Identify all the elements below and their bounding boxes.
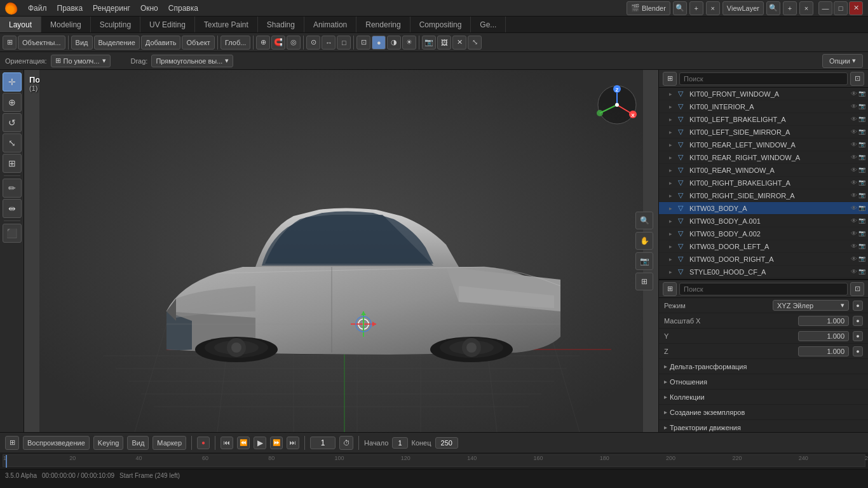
scale-y-dot-btn[interactable]: ●: [853, 331, 863, 341]
scale-x-dot-btn[interactable]: ●: [853, 316, 863, 326]
orientation-gizmo[interactable]: Z X: [595, 83, 639, 127]
prop-menu-icon[interactable]: ⊞: [663, 282, 677, 296]
mode-dot-btn[interactable]: ●: [853, 301, 863, 311]
object-menu[interactable]: Объект: [182, 36, 214, 50]
outliner-item-cam-icon[interactable]: 📷: [858, 230, 865, 237]
viewlayer-remove-icon[interactable]: ×: [799, 1, 813, 15]
viewlayer-add-icon[interactable]: +: [783, 1, 797, 15]
drag-dropdown[interactable]: Прямоугольное вы... ▾: [151, 55, 233, 67]
tab-rendering[interactable]: Rendering: [356, 17, 410, 32]
view-mode-dropdown[interactable]: Объектны...: [18, 36, 65, 50]
marker-menu[interactable]: Маркер: [153, 436, 186, 450]
scale-z-dot-btn[interactable]: ●: [853, 346, 863, 356]
prop-section-3[interactable]: ▸ Создание экземпляров: [659, 405, 868, 420]
view-menu-timeline[interactable]: Вид: [127, 436, 149, 450]
outliner-item-vis-icon[interactable]: 👁: [851, 179, 857, 186]
measure-tool-btn[interactable]: ⇹: [3, 199, 22, 218]
outliner-item[interactable]: ▸ ▽ KIT00_LEFT_SIDE_MIRROR_A 👁 📷: [659, 126, 868, 139]
rotate-tool-btn[interactable]: ↺: [3, 113, 22, 132]
prop-section-2[interactable]: ▸ Коллекции: [659, 390, 868, 405]
transform-tool-btn[interactable]: ⊞: [3, 154, 22, 173]
step-fwd-btn[interactable]: ⏩: [270, 437, 283, 449]
mode-icon[interactable]: ⊞: [3, 36, 17, 50]
minimize-button[interactable]: —: [818, 1, 832, 15]
record-btn[interactable]: ●: [197, 437, 210, 449]
outliner-search-input[interactable]: [679, 72, 848, 85]
tab-ge[interactable]: Ge...: [471, 17, 506, 32]
outliner-item-vis-icon[interactable]: 👁: [851, 166, 857, 173]
scale-x-value[interactable]: 1.000: [798, 316, 849, 326]
outliner-item[interactable]: ▸ ▽ KITW03_DOOR_LEFT_A 👁 📷: [659, 240, 868, 253]
material-shading-btn[interactable]: ◑: [387, 36, 401, 50]
move-tool-btn[interactable]: ⊕: [3, 93, 22, 112]
jump-end-btn[interactable]: ⏭: [287, 437, 299, 449]
options-button[interactable]: Опции ▾: [822, 54, 863, 68]
transform-dropdown[interactable]: Глоб...: [220, 36, 250, 50]
prop-filter-icon[interactable]: ⊡: [850, 282, 864, 296]
close-button[interactable]: ✕: [849, 1, 863, 15]
outliner-item-cam-icon[interactable]: 📷: [858, 116, 865, 123]
outliner-item[interactable]: ▸ ▽ KIT00_LEFT_BRAKELIGHT_A 👁 📷: [659, 113, 868, 126]
add-menu[interactable]: Добавить: [141, 36, 181, 50]
outliner-item-cam-icon[interactable]: 📷: [858, 128, 865, 135]
outliner-item-cam-icon[interactable]: 📷: [858, 217, 865, 224]
outliner-item[interactable]: ▸ ▽ KITW03_BODY_A.002 👁 📷: [659, 227, 868, 240]
outliner-item-cam-icon[interactable]: 📷: [858, 268, 865, 275]
scrubber-track[interactable]: 120406080100120140160180200220240250: [3, 454, 865, 467]
zoom-tool-btn[interactable]: 🔍: [635, 212, 653, 229]
outliner-item-cam-icon[interactable]: 📷: [858, 154, 865, 161]
timeline-mode-icon[interactable]: ⊞: [5, 436, 19, 450]
scale-tool-btn[interactable]: ⤡: [3, 133, 22, 152]
outliner-item-vis-icon[interactable]: 👁: [851, 116, 857, 123]
tab-modeling[interactable]: Modeling: [41, 17, 91, 32]
outliner-menu-icon[interactable]: ⊞: [663, 72, 677, 86]
tab-texture-paint[interactable]: Texture Paint: [195, 17, 258, 32]
outliner-item[interactable]: ▸ ▽ KIT00_REAR_RIGHT_WINDOW_A 👁 📷: [659, 151, 868, 164]
outliner-item-vis-icon[interactable]: 👁: [851, 154, 857, 161]
scrubber-playhead[interactable]: [6, 455, 7, 468]
outliner-item-cam-icon[interactable]: 📷: [858, 192, 865, 199]
outliner-item-cam-icon[interactable]: 📷: [858, 141, 865, 148]
tab-shading[interactable]: Shading: [258, 17, 304, 32]
outliner-item-cam-icon[interactable]: 📷: [858, 205, 865, 212]
proportional-icon[interactable]: ◎: [287, 36, 301, 50]
scene-search-icon[interactable]: 🔍: [673, 1, 687, 15]
outliner-item[interactable]: ▸ ▽ KITW03_BODY_A 👁 📷: [659, 202, 868, 215]
annotate-tool-btn[interactable]: ✏: [3, 179, 22, 198]
menu-file[interactable]: Файл: [23, 3, 52, 14]
cursor-tool-btn[interactable]: ✛: [3, 72, 22, 92]
add-primitive-btn[interactable]: ⬛: [3, 224, 22, 243]
outliner-item-cam-icon[interactable]: 📷: [858, 179, 865, 186]
tab-layout[interactable]: Layout: [0, 17, 41, 32]
tab-animation[interactable]: Animation: [304, 17, 356, 32]
start-value[interactable]: 1: [392, 437, 407, 449]
rendered-shading-btn[interactable]: ☀: [402, 36, 416, 50]
close-viewport-icon[interactable]: ✕: [452, 36, 466, 50]
viewlayer-selector[interactable]: ViewLayer: [722, 1, 764, 15]
scene-selector[interactable]: 🎬 Blender: [627, 1, 670, 15]
prop-section-4[interactable]: ▸ Траектории движения: [659, 420, 868, 432]
overlay-icon[interactable]: ⊙: [306, 36, 320, 50]
outliner-item[interactable]: ▸ ▽ KIT00_FRONT_WINDOW_A 👁 📷: [659, 88, 868, 100]
outliner-item[interactable]: ▸ ▽ STYLE00_HOOD_CF_A 👁 📷: [659, 266, 868, 278]
prop-section-0[interactable]: ▸ Дельта-трансформация: [659, 359, 868, 374]
prop-search-input[interactable]: [679, 283, 848, 295]
outliner-filter-icon[interactable]: ⊡: [850, 72, 864, 86]
outliner-item[interactable]: ▸ ▽ KIT00_REAR_WINDOW_A 👁 📷: [659, 164, 868, 177]
outliner-item[interactable]: ▸ ▽ KIT00_RIGHT_SIDE_MIRROR_A 👁 📷: [659, 189, 868, 202]
view-menu[interactable]: Вид: [71, 36, 93, 50]
blender-logo-icon[interactable]: [5, 2, 18, 15]
step-back-btn[interactable]: ⏪: [237, 437, 250, 449]
outliner-item[interactable]: ▸ ▽ KITW03_BODY_A.001 👁 📷: [659, 215, 868, 227]
xray-icon[interactable]: □: [337, 36, 351, 50]
keying-menu[interactable]: Keying: [93, 436, 124, 450]
outliner-item-cam-icon[interactable]: 📷: [858, 103, 865, 110]
tab-sculpting[interactable]: Sculpting: [91, 17, 140, 32]
orbit-tool-btn[interactable]: 📷: [635, 252, 653, 270]
menu-help[interactable]: Справка: [163, 3, 203, 14]
playback-menu[interactable]: Воспроизведение: [23, 436, 90, 450]
viewlayer-search-icon[interactable]: 🔍: [766, 1, 780, 15]
outliner-item-cam-icon[interactable]: 📷: [858, 166, 865, 173]
select-menu[interactable]: Выделение: [94, 36, 140, 50]
outliner-item-vis-icon[interactable]: 👁: [851, 141, 857, 148]
